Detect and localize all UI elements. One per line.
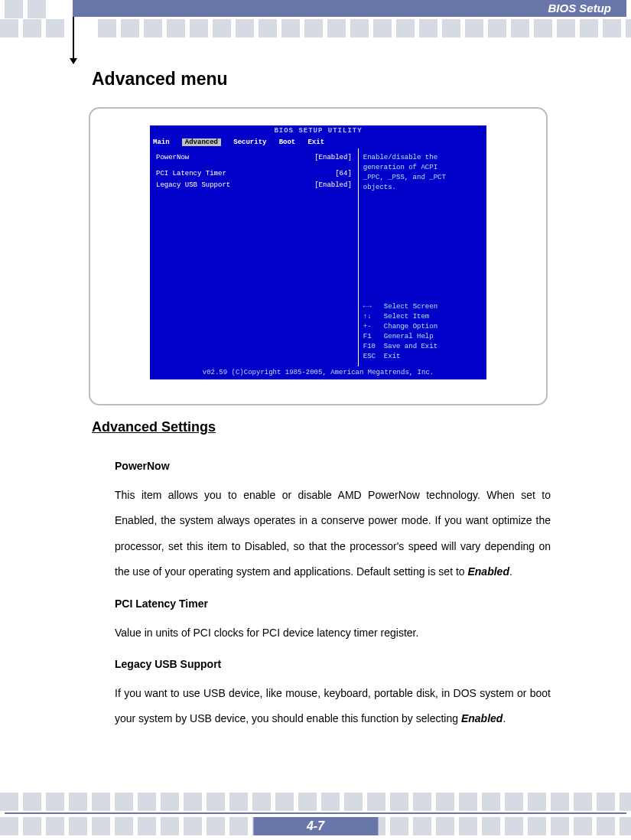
heading-powernow: PowerNow	[115, 454, 551, 480]
bios-menu-exit: Exit	[307, 138, 324, 146]
help-text: _PPC, _PSS, and _PCT	[363, 173, 482, 183]
bios-menu-main: Main	[153, 138, 170, 146]
heading-usb: Legacy USB Support	[115, 652, 551, 678]
header-squares-row	[0, 19, 631, 42]
help-keys: ←→ Select Screen ↑↓ Select Item +- Chang…	[363, 302, 482, 362]
bios-label: PowerNow	[156, 153, 189, 163]
help-text: Enable/disable the	[363, 153, 482, 163]
key-desc: Exit	[384, 353, 401, 360]
bios-value: [Enabled]	[314, 181, 352, 190]
bios-row-usb: Legacy USB Support [Enabled]	[156, 181, 352, 190]
bios-row-pci: PCI Latency Timer [64]	[156, 169, 352, 179]
bios-value: [64]	[335, 169, 352, 179]
text: .	[503, 712, 506, 724]
bios-label: Legacy USB Support	[156, 181, 230, 190]
page-number: 4-7	[253, 817, 378, 835]
bios-value: [Enabled]	[314, 153, 352, 163]
header-left-squares	[5, 0, 73, 21]
bios-screenshot-frame: BIOS SETUP UTILITY Main Advanced Securit…	[89, 107, 548, 405]
bios-title: BIOS SETUP UTILITY	[150, 125, 486, 137]
header-arrow-down	[73, 17, 74, 60]
key-nav: F1	[363, 333, 372, 340]
key-nav: ←→	[363, 303, 372, 311]
key-nav: F10	[363, 343, 376, 350]
section-title: Advanced Settings	[92, 419, 216, 435]
key-desc: Select Screen	[384, 303, 437, 311]
bios-menu-boot: Boot	[279, 138, 296, 146]
bios-menu-advanced: Advanced	[182, 138, 221, 146]
key-nav: ↑↓	[363, 313, 372, 321]
key-desc: Save and Exit	[384, 343, 437, 350]
para-powernow: This item allows you to enable or disabl…	[115, 483, 551, 585]
header-bar: BIOS Setup	[73, 0, 626, 17]
header-title: BIOS Setup	[548, 2, 611, 15]
key-desc: General Help	[384, 333, 434, 340]
bios-footer: v02.59 (C)Copyright 1985-2005, American …	[150, 366, 486, 379]
bios-settings-panel: PowerNow [Enabled] PCI Latency Timer [64…	[150, 148, 359, 366]
bios-row-powernow: PowerNow [Enabled]	[156, 153, 352, 163]
bios-help-panel: Enable/disable the generation of ACPI _P…	[359, 148, 486, 366]
key-nav: ESC	[363, 353, 376, 360]
text-emph: Enabled	[467, 565, 509, 578]
footer-rule	[5, 812, 626, 814]
key-nav: +-	[363, 323, 372, 330]
bios-menu-security: Security	[233, 138, 266, 146]
bios-menu-bar: Main Advanced Security Boot Exit	[150, 137, 486, 148]
key-desc: Select Item	[384, 313, 429, 321]
para-pci: Value in units of PCI clocks for PCI dev…	[115, 620, 551, 646]
key-desc: Change Option	[384, 323, 437, 330]
heading-pci: PCI Latency Timer	[115, 591, 551, 617]
footer-squares-row-1	[0, 793, 631, 812]
para-usb: If you want to use USB device, like mous…	[115, 681, 551, 732]
bios-screen: BIOS SETUP UTILITY Main Advanced Securit…	[150, 125, 486, 379]
bios-label: PCI Latency Timer	[156, 169, 226, 179]
bios-body: PowerNow [Enabled] PCI Latency Timer [64…	[150, 148, 486, 366]
text: This item allows you to enable or disabl…	[115, 489, 551, 578]
body-content: PowerNow This item allows you to enable …	[115, 448, 551, 737]
help-text: generation of ACPI	[363, 163, 482, 173]
text: .	[509, 565, 512, 578]
text-emph: Enabled	[461, 712, 503, 724]
help-text: objects.	[363, 183, 482, 193]
page-title: Advanced menu	[92, 69, 228, 90]
